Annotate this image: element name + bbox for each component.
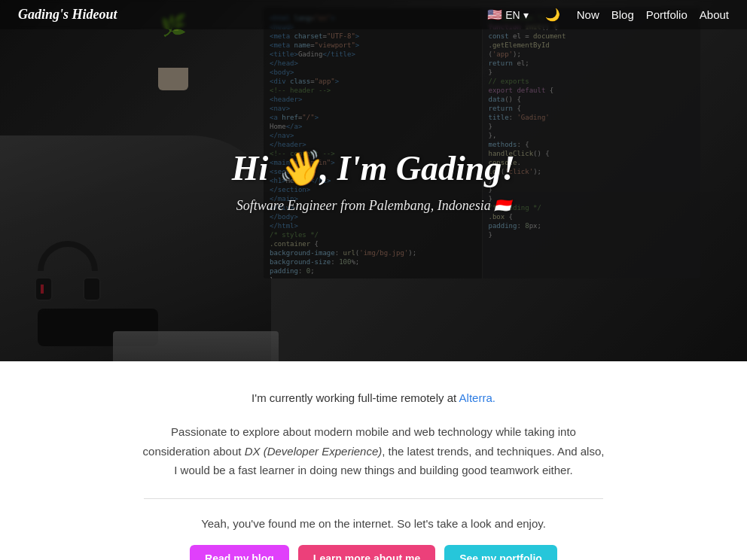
found-text: Yeah, you've found me on the internet. S… <box>45 517 702 530</box>
lang-chevron-icon: ▾ <box>523 9 529 21</box>
nav-link-blog[interactable]: Blog <box>611 8 634 21</box>
nav-link-now[interactable]: Now <box>577 8 599 21</box>
alterra-link[interactable]: Alterra. <box>459 391 495 404</box>
language-selector[interactable]: 🇺🇸 EN ▾ <box>487 8 528 22</box>
lang-code: EN <box>505 9 520 21</box>
intro-text: I'm currently working full-time remotely… <box>45 391 702 404</box>
learn-about-button[interactable]: Learn more about me <box>298 545 435 561</box>
navbar-right: 🇺🇸 EN ▾ 🌙 Now Blog Portfolio About <box>487 6 729 23</box>
content-card: I'm currently working full-time remotely… <box>0 361 747 560</box>
flag-icon: 🇺🇸 <box>487 8 502 22</box>
brand-logo[interactable]: Gading's Hideout <box>18 7 117 23</box>
hero-section: 🌿 <html lang="en"> <head> <meta charset=… <box>0 0 747 361</box>
nav-link-portfolio[interactable]: Portfolio <box>646 8 688 21</box>
read-blog-button[interactable]: Read my blog <box>190 545 289 561</box>
hero-subtitle: Software Engineer from Palembang, Indone… <box>232 197 516 214</box>
navbar: Gading's Hideout 🇺🇸 EN ▾ 🌙 Now Blog Port… <box>0 0 747 29</box>
hero-title: Hi 👋, I'm Gading! <box>232 148 516 188</box>
divider <box>144 498 603 499</box>
description-text: Passionate to explore about modern mobil… <box>140 422 607 480</box>
cta-buttons: Read my blog Learn more about me See my … <box>45 545 702 561</box>
hero-content: Hi 👋, I'm Gading! Software Engineer from… <box>232 148 516 214</box>
dark-mode-toggle[interactable]: 🌙 <box>541 6 565 23</box>
nav-link-about[interactable]: About <box>700 8 729 21</box>
see-portfolio-button[interactable]: See my portfolio <box>444 545 557 561</box>
